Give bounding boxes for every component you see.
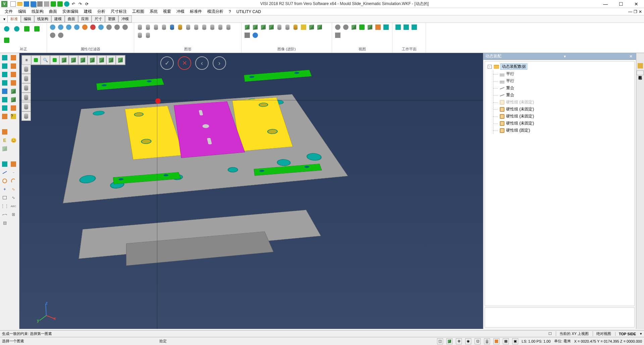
offset-btn-2[interactable] [12, 23, 21, 34]
expand-icon[interactable]: - [488, 65, 492, 69]
image-btn-5[interactable] [276, 23, 283, 31]
qat-zoom-icon[interactable] [64, 1, 70, 7]
tab-surface[interactable]: 曲面 [65, 15, 78, 22]
status-btn-3[interactable]: ⊕ [456, 338, 462, 344]
status-btn-8[interactable]: ▦ [503, 338, 509, 344]
image-btn-1[interactable] [244, 23, 251, 31]
menu-help[interactable]: ? [226, 9, 234, 15]
menu-file[interactable]: 文件 [2, 8, 15, 15]
status-btn-6[interactable] [484, 338, 490, 344]
circle-prev-icon[interactable]: ‹ [195, 56, 209, 70]
ltool-7a[interactable] [1, 104, 9, 112]
ltool-10b[interactable]: 😊 [9, 136, 17, 144]
plane-btn-2[interactable] [402, 23, 410, 31]
tree-node-coincide-2[interactable]: 重合 [493, 92, 633, 99]
ltool-11a[interactable] [1, 145, 9, 153]
tree-node-coincide-1[interactable]: 重合 [493, 85, 633, 92]
ltool-6b[interactable] [9, 96, 17, 104]
menu-modeling[interactable]: 建模 [81, 8, 95, 15]
status-btn-4[interactable]: ◉ [465, 338, 471, 344]
offset-btn-1[interactable] [2, 23, 11, 34]
status-checkbox-icon[interactable]: ☐ [548, 332, 552, 336]
panel-tab-icon[interactable] [638, 63, 643, 68]
status-btn-9[interactable]: ▣ [512, 338, 518, 344]
view-btn-7[interactable] [382, 23, 390, 31]
ltool-6a[interactable] [1, 96, 9, 104]
layer-btn-5[interactable] [21, 102, 31, 111]
filter-btn-11[interactable] [49, 32, 56, 39]
ltool-plus[interactable]: + [1, 185, 9, 193]
vp-btn-iso3[interactable] [78, 55, 88, 65]
menu-edit[interactable]: 编辑 [15, 8, 29, 15]
close-button[interactable]: ✕ [629, 0, 644, 8]
menu-solid-edit[interactable]: 实体编辑 [60, 8, 81, 15]
tab-dropdown-icon[interactable]: ▾ [1, 17, 7, 21]
vp-btn-iso6[interactable] [106, 55, 116, 65]
menu-standard[interactable]: 标准件 [187, 8, 205, 15]
view-btn-3[interactable] [350, 23, 358, 31]
plane-btn-1[interactable] [394, 23, 402, 31]
qat-btn-1[interactable] [57, 1, 63, 7]
layer-btn-6[interactable] [21, 111, 31, 121]
mdi-close-icon[interactable]: ✕ [639, 9, 642, 14]
ltool-grid[interactable]: ⊞ [9, 210, 17, 218]
view-btn-2[interactable] [342, 23, 350, 31]
layer-btn-2[interactable] [21, 74, 31, 83]
menu-utility[interactable]: UTILITY CAD [234, 9, 264, 15]
ltool-rect[interactable] [1, 194, 9, 202]
qat-refresh-icon[interactable]: ⟳ [84, 1, 90, 7]
ltool-12b[interactable] [9, 160, 17, 168]
shape-btn-5[interactable] [168, 23, 176, 31]
ltool-8a[interactable] [1, 112, 9, 120]
ltool-2a[interactable] [1, 62, 9, 70]
ltool-8b[interactable]: ? [9, 112, 17, 120]
tab-wireframe[interactable]: 线架构 [34, 15, 51, 22]
status-btn-2[interactable] [446, 338, 452, 344]
view-btn-1[interactable] [334, 23, 341, 31]
filter-btn-2[interactable] [57, 23, 64, 31]
tab-edit[interactable]: 编辑 [21, 15, 34, 22]
ltool-4b[interactable] [9, 79, 17, 87]
mdi-minimize-icon[interactable]: — [628, 9, 632, 14]
tree-node-rigid-2[interactable]: 硬性组 (未固定) [493, 106, 633, 113]
filter-btn-5[interactable] [81, 23, 89, 31]
status-btn-1[interactable]: ◫ [437, 338, 443, 344]
maximize-button[interactable]: ☐ [613, 0, 629, 8]
menu-dimension[interactable]: 尺寸标注 [108, 8, 129, 15]
tab-modeling[interactable]: 建模 [51, 15, 65, 22]
view-btn-8[interactable] [334, 32, 341, 39]
ltool-5b[interactable] [9, 87, 17, 95]
circle-next-icon[interactable]: › [213, 56, 226, 70]
view-btn-4[interactable] [358, 23, 366, 31]
tree-node-rigid-5[interactable]: 硬性组 (固定) [493, 127, 633, 134]
image-btn-3[interactable] [260, 23, 267, 31]
qat-print-icon[interactable] [37, 1, 43, 7]
shape-btn-14[interactable] [144, 32, 152, 39]
filter-btn-9[interactable] [113, 23, 121, 31]
filter-btn-3[interactable] [65, 23, 72, 31]
menu-wireframe[interactable]: 线架构 [29, 8, 46, 15]
view-btn-6[interactable] [374, 23, 382, 31]
menu-analysis[interactable]: 分析 [95, 8, 108, 15]
filter-btn-6[interactable] [89, 23, 97, 31]
axis-indicator[interactable]: x y z [36, 302, 56, 322]
image-btn-8[interactable] [300, 23, 307, 31]
offset-btn-4[interactable] [32, 23, 42, 34]
image-btn-7[interactable] [292, 23, 299, 31]
qat-copy-icon[interactable] [44, 1, 50, 7]
layer-btn-1[interactable] [21, 64, 31, 74]
minimize-button[interactable]: — [598, 0, 613, 8]
vp-btn-list[interactable]: ≡ [22, 55, 31, 65]
vp-btn-sel2[interactable] [50, 55, 59, 65]
ltool-1b[interactable] [9, 54, 17, 62]
plane-btn-3[interactable] [411, 23, 418, 31]
menu-punch[interactable]: 冲模 [174, 8, 187, 15]
filter-btn-8[interactable] [105, 23, 113, 31]
menu-surface[interactable]: 曲面 [46, 8, 60, 15]
ltool-brackets[interactable]: ⌐¬ [1, 210, 9, 218]
vp-btn-iso2[interactable] [69, 55, 78, 65]
image-btn-10[interactable] [316, 23, 323, 31]
ltool-dashed[interactable]: ┄ [9, 168, 17, 177]
ltool-wave2[interactable]: ∿ [9, 194, 17, 202]
filter-btn-10[interactable] [121, 23, 129, 31]
